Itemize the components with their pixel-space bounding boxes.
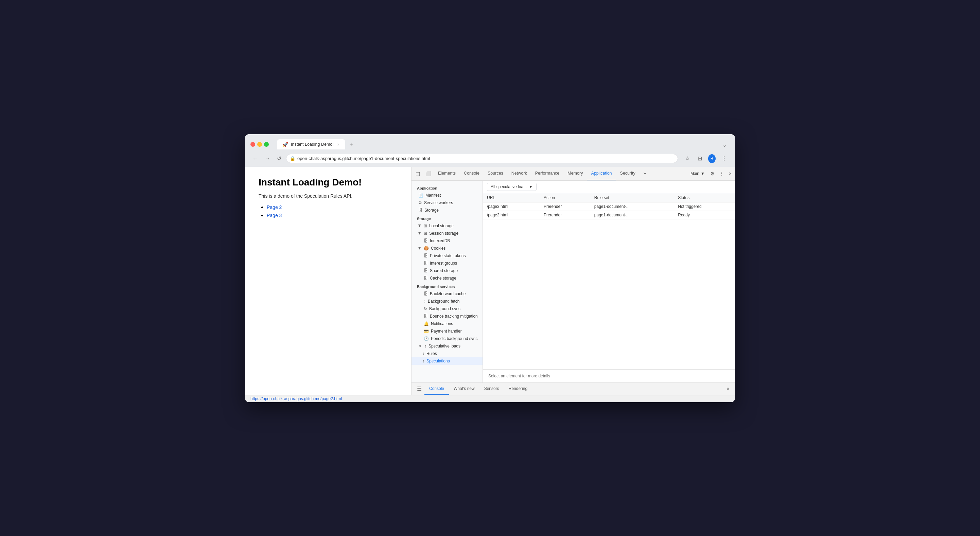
tab-sources[interactable]: Sources — [484, 167, 508, 180]
bookmark-button[interactable]: ☆ — [682, 153, 693, 164]
sidebar-item-interest-groups[interactable]: 🗄 Interest groups — [412, 259, 482, 267]
address-field[interactable]: 🔒 open-chalk-asparagus.glitch.me/page1-d… — [286, 154, 678, 163]
tab-favicon: 🚀 — [282, 142, 288, 147]
page-description: This is a demo of the Speculation Rules … — [259, 193, 398, 199]
table-row[interactable]: /page3.html Prerender page1-document-...… — [483, 202, 735, 211]
table-header-row: URL Action Rule set Status — [483, 193, 735, 202]
storage-top-icon: 🗄 — [418, 208, 422, 213]
tab-application[interactable]: Application — [587, 167, 616, 180]
sidebar-item-speculations[interactable]: ↕ Speculations — [412, 357, 482, 365]
refresh-button[interactable]: ↺ — [275, 154, 283, 163]
bottom-tab-rendering[interactable]: Rendering — [504, 383, 532, 395]
tab-network[interactable]: Network — [508, 167, 531, 180]
tab-console[interactable]: Console — [460, 167, 484, 180]
new-tab-button[interactable]: + — [347, 140, 356, 150]
sidebar-item-rules[interactable]: ↕ Rules — [412, 350, 482, 357]
lock-icon: 🔒 — [290, 156, 295, 161]
address-bar: ← → ↺ 🔒 open-chalk-asparagus.glitch.me/p… — [245, 151, 735, 167]
forward-button[interactable]: → — [262, 154, 272, 163]
sidebar-item-notifications[interactable]: 🔔 Notifications — [412, 320, 482, 328]
speculations-toolbar: All speculative loa... ▼ — [483, 181, 735, 193]
sidebar-item-local-storage[interactable]: ▶ ⊞ Local storage — [412, 222, 482, 230]
sidebar-item-periodic-bg-sync[interactable]: 🕐 Periodic background sync — [412, 335, 482, 342]
status-url: https://open-chalk-asparagus.glitch.me/p… — [250, 396, 342, 401]
cookies-expand-icon: ▶ — [418, 247, 422, 250]
sidebar-item-private-state-tokens[interactable]: 🗄 Private state tokens — [412, 252, 482, 259]
sidebar-item-manifest[interactable]: 📄 Manifest — [412, 192, 482, 199]
profile-button[interactable]: B — [706, 153, 718, 164]
device-toolbar-icon[interactable]: ⬜ — [423, 168, 434, 179]
cell-action: Prerender — [539, 202, 590, 211]
sidebar-item-back-forward-cache[interactable]: 🗄 Back/forward cache — [412, 290, 482, 297]
rules-icon: ↕ — [422, 351, 425, 356]
address-text: open-chalk-asparagus.glitch.me/page1-doc… — [298, 156, 673, 161]
sidebar-item-indexeddb[interactable]: 🗄 IndexedDB — [412, 237, 482, 245]
cell-url: /page3.html — [483, 202, 539, 211]
tab-memory[interactable]: Memory — [563, 167, 587, 180]
back-button[interactable]: ← — [250, 154, 260, 163]
page3-link[interactable]: Page 3 — [267, 213, 282, 218]
tab-close-button[interactable]: × — [336, 142, 340, 147]
tab-security[interactable]: Security — [616, 167, 640, 180]
col-header-ruleset: Rule set — [590, 193, 674, 202]
list-item: Page 2 — [267, 204, 398, 210]
minimize-button[interactable] — [257, 142, 262, 147]
tab-more[interactable]: » — [640, 167, 650, 180]
tab-expand-icon[interactable]: ⌄ — [720, 140, 730, 150]
sidebar-item-shared-storage[interactable]: 🗄 Shared storage — [412, 267, 482, 274]
menu-button[interactable]: ⋮ — [719, 153, 730, 164]
sidebar-item-cache-storage[interactable]: 🗄 Cache storage — [412, 274, 482, 282]
context-dropdown[interactable]: Main ▼ — [688, 170, 708, 177]
cell-url: /page2.html — [483, 211, 539, 219]
browser-window: 🚀 Instant Loading Demo! × + ⌄ ← → ↺ 🔒 op… — [245, 134, 735, 402]
devtools-more-button[interactable]: ⋮ — [718, 169, 726, 178]
extensions-button[interactable]: ⊞ — [694, 153, 705, 164]
devtools-close-button[interactable]: × — [727, 169, 733, 178]
tab-performance[interactable]: Performance — [531, 167, 564, 180]
bottom-tab-whats-new[interactable]: What's new — [449, 383, 479, 395]
periodic-bg-sync-icon: 🕐 — [424, 336, 429, 341]
cookies-icon: 🍪 — [424, 246, 429, 251]
bottom-tab-console[interactable]: Console — [425, 383, 449, 395]
storage-section-header: Storage — [412, 214, 482, 222]
sidebar-item-cookies[interactable]: ▶ 🍪 Cookies — [412, 245, 482, 252]
devtools-panel: ⬚ ⬜ Elements Console Sources Network — [412, 167, 735, 395]
payment-handler-icon: 💳 — [424, 329, 429, 334]
main-content: Instant Loading Demo! This is a demo of … — [245, 167, 735, 395]
page-content: Instant Loading Demo! This is a demo of … — [245, 167, 412, 395]
inspect-element-icon[interactable]: ⬚ — [413, 168, 423, 179]
cell-status: Ready — [674, 211, 735, 219]
bottom-tab-sensors[interactable]: Sensors — [479, 383, 504, 395]
close-button[interactable] — [250, 142, 255, 147]
sidebar-item-bounce-tracking[interactable]: 🗄 Bounce tracking mitigation — [412, 312, 482, 320]
speculations-icon: ↕ — [422, 359, 425, 363]
page-links-list: Page 2 Page 3 — [267, 204, 398, 218]
manifest-icon: 📄 — [418, 193, 423, 198]
sidebar-item-service-workers[interactable]: ⚙ Service workers — [412, 199, 482, 207]
tab-elements[interactable]: Elements — [434, 167, 460, 180]
sidebar-item-storage-top[interactable]: 🗄 Storage — [412, 207, 482, 214]
table-row[interactable]: /page2.html Prerender page1-document-...… — [483, 211, 735, 219]
sidebar-item-payment-handler[interactable]: 💳 Payment handler — [412, 328, 482, 335]
page2-link[interactable]: Page 2 — [267, 205, 282, 210]
sidebar-item-background-sync[interactable]: ↻ Background sync — [412, 305, 482, 312]
sidebar-item-speculative-loads[interactable]: ▼ ↕ Speculative loads — [412, 342, 482, 350]
sidebar-item-session-storage[interactable]: ▶ ⊞ Session storage — [412, 230, 482, 237]
bottom-menu-button[interactable]: ☰ — [414, 383, 425, 394]
devtools-body: Application 📄 Manifest ⚙ Service workers… — [412, 181, 735, 382]
sidebar-item-background-fetch[interactable]: ↕ Background fetch — [412, 297, 482, 305]
list-item: Page 3 — [267, 212, 398, 218]
active-tab[interactable]: 🚀 Instant Loading Demo! × — [277, 139, 345, 150]
bottom-close-button[interactable]: × — [724, 384, 732, 394]
speculations-table: URL Action Rule set Status /page3.html P… — [483, 193, 735, 219]
shared-storage-icon: 🗄 — [424, 268, 428, 273]
devtools-settings-button[interactable]: ⚙ — [708, 169, 717, 178]
devtools-toolbar: ⬚ ⬜ Elements Console Sources Network — [412, 167, 735, 181]
col-header-status: Status — [674, 193, 735, 202]
speculative-loads-expand-icon: ▼ — [418, 344, 422, 348]
maximize-button[interactable] — [264, 142, 269, 147]
table-header: URL Action Rule set Status — [483, 193, 735, 202]
local-storage-expand-icon: ▶ — [418, 224, 422, 227]
filter-dropdown-button[interactable]: All speculative loa... ▼ — [487, 183, 536, 191]
devtools-toolbar-right: Main ▼ ⚙ ⋮ × — [688, 169, 733, 178]
